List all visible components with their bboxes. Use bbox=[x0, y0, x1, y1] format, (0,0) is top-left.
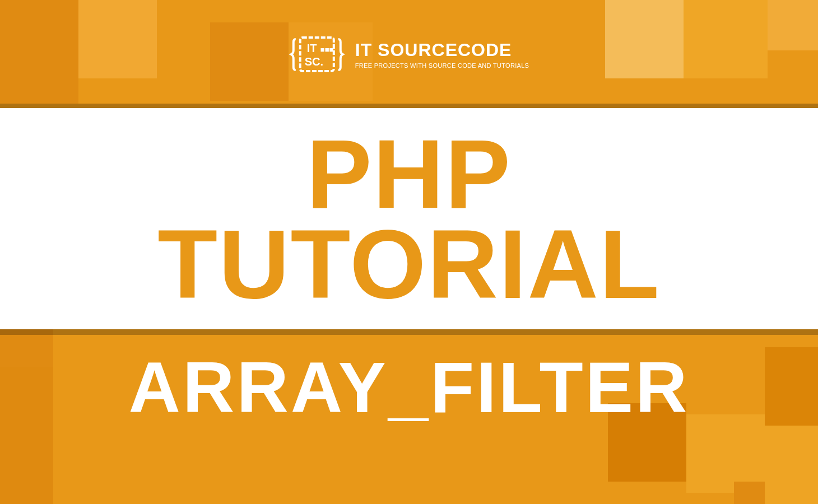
bg-decoration bbox=[768, 0, 818, 50]
bg-decoration bbox=[734, 482, 765, 504]
svg-text:SC.: SC. bbox=[305, 55, 323, 68]
band-shadow bbox=[0, 329, 818, 335]
logo-subtitle: FREE PROJECTS WITH SOURCE CODE AND TUTOR… bbox=[355, 62, 529, 69]
header-shadow bbox=[0, 104, 818, 108]
bg-decoration bbox=[605, 0, 684, 78]
heading-line-2: TUTORIAL bbox=[157, 219, 660, 309]
bg-decoration bbox=[210, 22, 289, 101]
title-band: PHP TUTORIAL bbox=[0, 108, 818, 329]
logo-text: IT SOURCECODE FREE PROJECTS WITH SOURCE … bbox=[355, 41, 529, 69]
bg-decoration bbox=[684, 0, 768, 78]
svg-text:■■■: ■■■ bbox=[320, 45, 334, 54]
bg-decoration bbox=[765, 426, 818, 504]
svg-text:IT: IT bbox=[307, 42, 317, 54]
bg-decoration bbox=[78, 0, 157, 78]
logo-icon: IT ■■■ SC. bbox=[289, 31, 345, 78]
bg-decoration bbox=[0, 0, 78, 104]
logo: IT ■■■ SC. IT SOURCECODE FREE PROJECTS W… bbox=[289, 31, 529, 78]
heading-line-1: PHP bbox=[306, 129, 512, 219]
logo-title: IT SOURCECODE bbox=[355, 41, 529, 59]
function-name: ARRAY_FILTER bbox=[0, 346, 818, 428]
